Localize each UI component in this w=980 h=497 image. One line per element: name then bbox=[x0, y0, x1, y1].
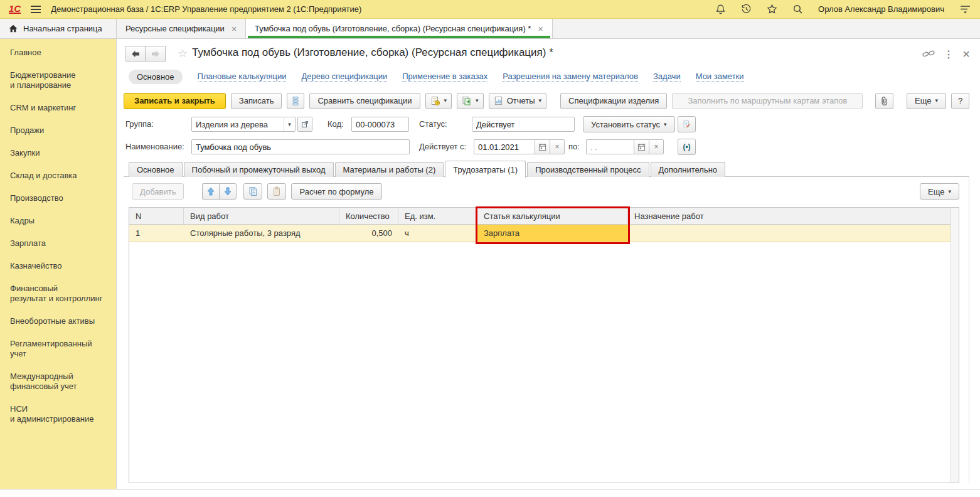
more-actions-kebab-icon[interactable]: ⋮ bbox=[941, 47, 956, 61]
get-link-icon[interactable] bbox=[921, 47, 936, 61]
structure-stack-icon bbox=[292, 96, 299, 106]
table-vertical-scrollbar[interactable] bbox=[951, 208, 959, 483]
sidebar-item-budgeting[interactable]: Бюджетирование и планирование bbox=[10, 70, 111, 90]
sidebar-item-warehouse[interactable]: Склад и доставка bbox=[10, 171, 111, 181]
nav-main-chip[interactable]: Основное bbox=[129, 70, 183, 84]
sidebar-item-payroll[interactable]: Зарплата bbox=[10, 238, 111, 248]
more-button[interactable]: Еще ▾ bbox=[907, 93, 946, 109]
sidebar-item-nsi-administration[interactable]: НСИ и администрирование bbox=[10, 404, 111, 424]
chevron-down-icon[interactable]: ▾ bbox=[284, 117, 295, 131]
settings-sliders-icon[interactable] bbox=[959, 4, 971, 14]
product-specifications-button[interactable]: Спецификации изделия bbox=[560, 93, 667, 109]
nav-link-material-substitutions[interactable]: Разрешения на замену материалов bbox=[503, 72, 638, 82]
move-down-button[interactable] bbox=[219, 183, 237, 200]
tab-resource-specifications[interactable]: Ресурсные спецификации × bbox=[117, 19, 246, 38]
search-icon[interactable] bbox=[792, 4, 803, 14]
tab-additional[interactable]: Дополнительно bbox=[651, 162, 726, 177]
sidebar-item-noncurrent-assets[interactable]: Внеоборотные активы bbox=[10, 316, 111, 326]
copy-create-button[interactable]: ▾ bbox=[457, 93, 484, 109]
calendar-icon[interactable] bbox=[535, 139, 550, 154]
sidebar-item-regulated-accounting[interactable]: Регламентированный учет bbox=[10, 339, 111, 359]
sidebar-item-treasury[interactable]: Казначейство bbox=[10, 261, 111, 271]
save-button[interactable]: Записать bbox=[231, 93, 282, 109]
sidebar-item-purchases[interactable]: Закупки bbox=[10, 148, 111, 158]
cell-row-number[interactable]: 1 bbox=[129, 225, 184, 242]
column-header-cost-item[interactable]: Статья калькуляции bbox=[477, 208, 628, 225]
name-field[interactable] bbox=[191, 139, 410, 154]
help-button[interactable]: ? bbox=[951, 93, 969, 109]
save-and-close-button[interactable]: Записать и закрыть bbox=[124, 93, 226, 109]
nav-link-my-notes[interactable]: Мои заметки bbox=[696, 72, 744, 82]
tab-osnovnoe[interactable]: Основное bbox=[129, 162, 183, 177]
window-bottom-strip bbox=[0, 489, 980, 497]
cell-unit[interactable]: ч bbox=[398, 225, 477, 242]
column-header-n[interactable]: N bbox=[129, 208, 184, 225]
close-icon[interactable]: × bbox=[232, 24, 237, 34]
tab-materials-and-works[interactable]: Материалы и работы (2) bbox=[335, 162, 444, 177]
nav-link-usage-in-orders[interactable]: Применение в заказах bbox=[402, 72, 487, 82]
calc-by-formula-button[interactable]: Расчет по формуле bbox=[291, 183, 381, 200]
nav-link-tasks[interactable]: Задачи bbox=[653, 72, 681, 82]
nav-link-spec-tree[interactable]: Дерево спецификации bbox=[301, 72, 387, 82]
move-up-button[interactable] bbox=[202, 183, 219, 200]
status-field[interactable] bbox=[472, 117, 575, 132]
table-row[interactable]: 1 Столярные работы, 3 разряд 0,500 ч Зар… bbox=[129, 225, 951, 242]
table-more-button[interactable]: Еще ▾ bbox=[920, 183, 959, 200]
cell-work-type[interactable]: Столярные работы, 3 разряд bbox=[184, 225, 339, 242]
valid-to-field[interactable] bbox=[586, 139, 634, 154]
sidebar-item-financial-result[interactable]: Финансовый результат и контроллинг bbox=[10, 284, 111, 304]
compare-specifications-button[interactable]: Сравнить спецификации bbox=[309, 93, 420, 109]
code-field[interactable] bbox=[351, 117, 409, 132]
column-header-work-purpose[interactable]: Назначение работ bbox=[628, 208, 951, 225]
close-form-icon[interactable]: × bbox=[959, 47, 974, 61]
group-combobox[interactable]: Изделия из дерева ▾ bbox=[191, 117, 296, 132]
tab-byproduct-output[interactable]: Побочный и промежуточный выход bbox=[184, 162, 334, 177]
forward-button[interactable] bbox=[146, 46, 166, 61]
copy-rows-icon bbox=[248, 186, 257, 196]
sidebar-item-international-accounting[interactable]: Международный финансовый учет bbox=[10, 371, 111, 392]
open-group-button[interactable] bbox=[297, 117, 312, 132]
nav-link-planned-calculations[interactable]: Плановые калькуляции bbox=[198, 72, 287, 82]
sidebar-item-sales[interactable]: Продажи bbox=[10, 126, 111, 136]
1c-logo[interactable]: 1С bbox=[9, 4, 21, 14]
copy-row-button[interactable] bbox=[243, 183, 262, 200]
sidebar-item-crm[interactable]: CRM и маркетинг bbox=[10, 103, 111, 113]
status-history-button[interactable] bbox=[678, 116, 696, 132]
back-button[interactable] bbox=[125, 46, 146, 61]
create-based-on-button[interactable]: ▾ bbox=[425, 93, 452, 109]
favorites-star-icon[interactable] bbox=[767, 4, 777, 14]
current-user[interactable]: Орлов Александр Владимирович bbox=[818, 4, 944, 14]
tab-home-page[interactable]: Начальная страница bbox=[0, 19, 117, 38]
structure-button[interactable] bbox=[287, 93, 304, 109]
column-header-work-type[interactable]: Вид работ bbox=[184, 208, 339, 225]
cell-quantity[interactable]: 0,500 bbox=[339, 225, 398, 242]
document-check-icon bbox=[683, 119, 691, 129]
favorite-star-icon[interactable]: ☆ bbox=[178, 46, 188, 60]
valid-from-field[interactable] bbox=[474, 139, 535, 154]
cell-cost-item[interactable]: Зарплата bbox=[477, 225, 628, 242]
sidebar-item-hr[interactable]: Кадры bbox=[10, 216, 111, 226]
tab-current-specification[interactable]: Тумбочка под обувь (Изготовление, сборка… bbox=[246, 19, 553, 38]
column-header-unit[interactable]: Ед. изм. bbox=[398, 208, 477, 225]
tab-labor-costs[interactable]: Трудозатраты (1) bbox=[445, 161, 526, 178]
notifications-bell-icon[interactable] bbox=[715, 4, 726, 14]
group-label: Группа: bbox=[125, 117, 154, 132]
attachments-button[interactable] bbox=[875, 93, 893, 109]
back-arrow-icon bbox=[131, 50, 140, 58]
tab-production-process[interactable]: Производственный процесс bbox=[527, 162, 649, 177]
sidebar-item-main[interactable]: Главное bbox=[10, 48, 111, 58]
cell-work-purpose[interactable] bbox=[628, 225, 951, 242]
clear-date-icon[interactable]: × bbox=[649, 139, 664, 154]
clear-date-icon[interactable]: × bbox=[550, 139, 565, 154]
reports-button[interactable]: Отчеты ▾ bbox=[489, 93, 546, 109]
validity-period-button[interactable]: (•) bbox=[678, 139, 696, 155]
column-header-quantity[interactable]: Количество bbox=[339, 208, 398, 225]
title-bar: 1С Демонстрационная база / 1С:ERP Управл… bbox=[0, 0, 980, 19]
set-status-button[interactable]: Установить статус ▾ bbox=[583, 116, 675, 132]
main-menu-icon[interactable] bbox=[31, 6, 41, 13]
group-value: Изделия из дерева bbox=[192, 120, 284, 129]
close-icon[interactable]: × bbox=[538, 24, 543, 34]
calendar-icon[interactable] bbox=[634, 139, 649, 154]
history-icon[interactable] bbox=[741, 4, 752, 14]
sidebar-item-production[interactable]: Производство bbox=[10, 193, 111, 203]
